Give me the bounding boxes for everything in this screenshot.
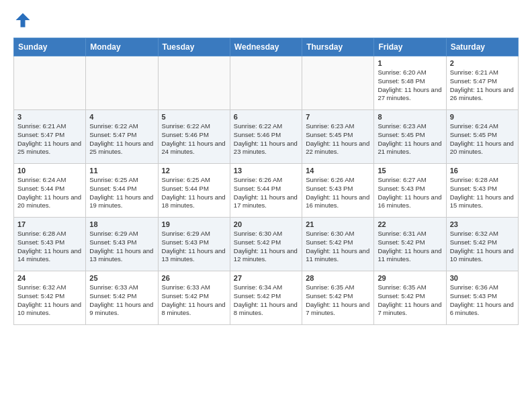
day-cell: 1Sunrise: 6:20 AMSunset: 5:48 PMDaylight… bbox=[374, 56, 446, 110]
day-info: Sunrise: 6:36 AMSunset: 5:43 PMDaylight:… bbox=[450, 283, 515, 318]
day-cell: 6Sunrise: 6:22 AMSunset: 5:46 PMDaylight… bbox=[230, 110, 302, 164]
day-info: Sunrise: 6:24 AMSunset: 5:45 PMDaylight:… bbox=[450, 122, 515, 156]
day-cell: 7Sunrise: 6:23 AMSunset: 5:45 PMDaylight… bbox=[302, 110, 374, 164]
day-cell bbox=[230, 56, 302, 110]
weekday-header-thursday: Thursday bbox=[302, 38, 374, 56]
day-number: 8 bbox=[378, 113, 442, 121]
logo-icon bbox=[13, 11, 32, 30]
day-cell: 17Sunrise: 6:28 AMSunset: 5:43 PMDayligh… bbox=[14, 218, 86, 271]
day-cell bbox=[14, 56, 86, 110]
day-cell: 5Sunrise: 6:22 AMSunset: 5:46 PMDaylight… bbox=[158, 110, 230, 164]
day-cell: 29Sunrise: 6:35 AMSunset: 5:42 PMDayligh… bbox=[374, 271, 446, 325]
day-number: 2 bbox=[450, 59, 515, 67]
weekday-header-friday: Friday bbox=[374, 38, 446, 56]
day-cell: 11Sunrise: 6:25 AMSunset: 5:44 PMDayligh… bbox=[86, 164, 158, 218]
day-cell: 28Sunrise: 6:35 AMSunset: 5:42 PMDayligh… bbox=[302, 271, 374, 325]
day-cell: 3Sunrise: 6:21 AMSunset: 5:47 PMDaylight… bbox=[14, 110, 86, 164]
day-cell: 12Sunrise: 6:25 AMSunset: 5:44 PMDayligh… bbox=[158, 164, 230, 218]
day-info: Sunrise: 6:22 AMSunset: 5:46 PMDaylight:… bbox=[234, 122, 298, 156]
day-number: 24 bbox=[17, 274, 82, 282]
day-info: Sunrise: 6:33 AMSunset: 5:42 PMDaylight:… bbox=[162, 283, 226, 318]
day-cell: 15Sunrise: 6:27 AMSunset: 5:43 PMDayligh… bbox=[374, 164, 446, 218]
day-cell: 4Sunrise: 6:22 AMSunset: 5:47 PMDaylight… bbox=[86, 110, 158, 164]
day-info: Sunrise: 6:24 AMSunset: 5:44 PMDaylight:… bbox=[17, 176, 82, 210]
day-info: Sunrise: 6:20 AMSunset: 5:48 PMDaylight:… bbox=[378, 68, 442, 103]
day-info: Sunrise: 6:29 AMSunset: 5:43 PMDaylight:… bbox=[89, 230, 154, 264]
day-number: 6 bbox=[234, 113, 298, 121]
weekday-header-wednesday: Wednesday bbox=[230, 38, 302, 56]
day-info: Sunrise: 6:27 AMSunset: 5:43 PMDaylight:… bbox=[378, 176, 442, 210]
day-cell: 19Sunrise: 6:29 AMSunset: 5:43 PMDayligh… bbox=[158, 218, 230, 271]
day-number: 21 bbox=[306, 220, 370, 228]
day-info: Sunrise: 6:30 AMSunset: 5:42 PMDaylight:… bbox=[306, 230, 370, 264]
day-cell: 25Sunrise: 6:33 AMSunset: 5:42 PMDayligh… bbox=[86, 271, 158, 325]
day-number: 27 bbox=[234, 274, 298, 282]
day-cell: 30Sunrise: 6:36 AMSunset: 5:43 PMDayligh… bbox=[446, 271, 518, 325]
day-info: Sunrise: 6:32 AMSunset: 5:42 PMDaylight:… bbox=[17, 283, 82, 318]
day-info: Sunrise: 6:21 AMSunset: 5:47 PMDaylight:… bbox=[450, 68, 515, 103]
weekday-header-sunday: Sunday bbox=[14, 38, 86, 56]
day-info: Sunrise: 6:35 AMSunset: 5:42 PMDaylight:… bbox=[378, 283, 442, 318]
day-number: 15 bbox=[378, 167, 442, 175]
day-cell: 24Sunrise: 6:32 AMSunset: 5:42 PMDayligh… bbox=[14, 271, 86, 325]
day-number: 22 bbox=[378, 220, 442, 228]
day-info: Sunrise: 6:21 AMSunset: 5:47 PMDaylight:… bbox=[17, 122, 82, 156]
week-row-4: 17Sunrise: 6:28 AMSunset: 5:43 PMDayligh… bbox=[14, 218, 519, 271]
day-number: 30 bbox=[450, 274, 515, 282]
day-number: 10 bbox=[17, 167, 82, 175]
day-info: Sunrise: 6:35 AMSunset: 5:42 PMDaylight:… bbox=[306, 283, 370, 318]
day-cell bbox=[158, 56, 230, 110]
day-info: Sunrise: 6:29 AMSunset: 5:43 PMDaylight:… bbox=[162, 230, 226, 264]
header bbox=[13, 11, 519, 30]
day-info: Sunrise: 6:34 AMSunset: 5:42 PMDaylight:… bbox=[234, 283, 298, 318]
logo bbox=[13, 11, 35, 30]
day-number: 1 bbox=[378, 59, 442, 67]
day-info: Sunrise: 6:25 AMSunset: 5:44 PMDaylight:… bbox=[89, 176, 154, 210]
day-number: 5 bbox=[162, 113, 226, 121]
day-number: 7 bbox=[306, 113, 370, 121]
day-number: 13 bbox=[234, 167, 298, 175]
week-row-5: 24Sunrise: 6:32 AMSunset: 5:42 PMDayligh… bbox=[14, 271, 519, 325]
day-number: 12 bbox=[162, 167, 226, 175]
day-number: 26 bbox=[162, 274, 226, 282]
day-number: 18 bbox=[89, 220, 154, 228]
day-info: Sunrise: 6:32 AMSunset: 5:42 PMDaylight:… bbox=[450, 230, 515, 264]
day-cell: 16Sunrise: 6:28 AMSunset: 5:43 PMDayligh… bbox=[446, 164, 518, 218]
week-row-3: 10Sunrise: 6:24 AMSunset: 5:44 PMDayligh… bbox=[14, 164, 519, 218]
day-number: 25 bbox=[89, 274, 154, 282]
day-info: Sunrise: 6:22 AMSunset: 5:47 PMDaylight:… bbox=[89, 122, 154, 156]
page: SundayMondayTuesdayWednesdayThursdayFrid… bbox=[0, 0, 532, 332]
day-info: Sunrise: 6:22 AMSunset: 5:46 PMDaylight:… bbox=[162, 122, 226, 156]
day-cell: 8Sunrise: 6:23 AMSunset: 5:45 PMDaylight… bbox=[374, 110, 446, 164]
day-number: 23 bbox=[450, 220, 515, 228]
day-cell: 2Sunrise: 6:21 AMSunset: 5:47 PMDaylight… bbox=[446, 56, 518, 110]
day-number: 9 bbox=[450, 113, 515, 121]
day-cell: 9Sunrise: 6:24 AMSunset: 5:45 PMDaylight… bbox=[446, 110, 518, 164]
day-cell: 26Sunrise: 6:33 AMSunset: 5:42 PMDayligh… bbox=[158, 271, 230, 325]
day-number: 3 bbox=[17, 113, 82, 121]
weekday-header-saturday: Saturday bbox=[446, 38, 518, 56]
calendar-table: SundayMondayTuesdayWednesdayThursdayFrid… bbox=[13, 38, 519, 325]
day-cell: 22Sunrise: 6:31 AMSunset: 5:42 PMDayligh… bbox=[374, 218, 446, 271]
day-number: 17 bbox=[17, 220, 82, 228]
day-info: Sunrise: 6:23 AMSunset: 5:45 PMDaylight:… bbox=[306, 122, 370, 156]
day-info: Sunrise: 6:25 AMSunset: 5:44 PMDaylight:… bbox=[162, 176, 226, 210]
day-number: 16 bbox=[450, 167, 515, 175]
day-info: Sunrise: 6:23 AMSunset: 5:45 PMDaylight:… bbox=[378, 122, 442, 156]
day-number: 20 bbox=[234, 220, 298, 228]
day-cell: 14Sunrise: 6:26 AMSunset: 5:43 PMDayligh… bbox=[302, 164, 374, 218]
day-cell bbox=[86, 56, 158, 110]
day-info: Sunrise: 6:26 AMSunset: 5:43 PMDaylight:… bbox=[306, 176, 370, 210]
day-info: Sunrise: 6:28 AMSunset: 5:43 PMDaylight:… bbox=[450, 176, 515, 210]
week-row-1: 1Sunrise: 6:20 AMSunset: 5:48 PMDaylight… bbox=[14, 56, 519, 110]
weekday-header-row: SundayMondayTuesdayWednesdayThursdayFrid… bbox=[14, 38, 519, 56]
day-number: 11 bbox=[89, 167, 154, 175]
day-cell: 13Sunrise: 6:26 AMSunset: 5:44 PMDayligh… bbox=[230, 164, 302, 218]
day-number: 14 bbox=[306, 167, 370, 175]
day-info: Sunrise: 6:31 AMSunset: 5:42 PMDaylight:… bbox=[378, 230, 442, 264]
day-number: 28 bbox=[306, 274, 370, 282]
day-number: 4 bbox=[89, 113, 154, 121]
day-cell: 21Sunrise: 6:30 AMSunset: 5:42 PMDayligh… bbox=[302, 218, 374, 271]
day-cell: 27Sunrise: 6:34 AMSunset: 5:42 PMDayligh… bbox=[230, 271, 302, 325]
day-cell: 20Sunrise: 6:30 AMSunset: 5:42 PMDayligh… bbox=[230, 218, 302, 271]
